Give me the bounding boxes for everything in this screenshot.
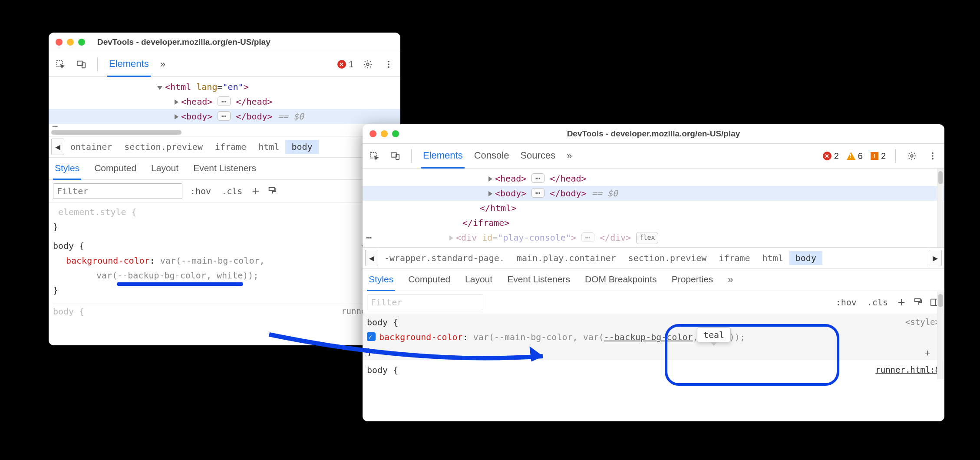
chevron-right-icon[interactable] xyxy=(488,191,492,196)
plus-icon[interactable] xyxy=(250,185,261,197)
paint-icon[interactable] xyxy=(267,185,278,197)
horizontal-scrollbar[interactable] xyxy=(51,130,181,135)
css-rule[interactable]: <style> body { xyxy=(53,238,396,253)
css-property-row[interactable]: background-color: var(--main-bg-color, xyxy=(53,253,396,268)
breadcrumb-item[interactable]: html xyxy=(756,251,789,265)
chevron-right-icon[interactable] xyxy=(449,235,453,241)
tabs-overflow-icon[interactable]: » xyxy=(565,150,574,162)
dom-node-iframe-close[interactable]: </iframe> xyxy=(363,215,944,230)
breadcrumb-item[interactable]: ontainer xyxy=(64,140,118,154)
chevron-down-icon[interactable] xyxy=(157,86,162,90)
cls-toggle[interactable]: .cls xyxy=(219,185,245,197)
breadcrumb-scroll-left[interactable]: ◀ xyxy=(365,250,378,266)
subtab-layout[interactable]: Layout xyxy=(463,269,494,291)
vertical-scrollbar[interactable] xyxy=(937,169,944,247)
breadcrumb-item[interactable]: section.preview xyxy=(622,251,713,265)
subtab-computed[interactable]: Computed xyxy=(406,269,452,291)
hover-toggle[interactable]: :hov xyxy=(188,185,214,197)
hover-toggle[interactable]: :hov xyxy=(833,296,859,308)
subtab-properties[interactable]: Properties xyxy=(670,269,715,291)
breadcrumb-item[interactable]: main.play.container xyxy=(511,251,622,265)
breadcrumb-item[interactable]: html xyxy=(252,140,285,154)
tabs-overflow-icon[interactable]: » xyxy=(158,59,167,70)
chevron-right-icon[interactable] xyxy=(175,114,178,119)
minimize-window-button[interactable] xyxy=(67,39,74,46)
css-var-backup-link[interactable]: --backup-bg-color xyxy=(604,332,693,342)
breadcrumb-item-selected[interactable]: body xyxy=(789,251,822,265)
chevron-right-icon[interactable] xyxy=(488,176,492,182)
tab-console[interactable]: Console xyxy=(472,144,511,169)
cls-toggle[interactable]: .cls xyxy=(865,296,891,308)
svg-point-11 xyxy=(911,155,913,157)
error-count[interactable]: 1 xyxy=(337,60,353,69)
error-icon xyxy=(823,152,832,160)
kebab-icon[interactable] xyxy=(382,58,395,71)
breadcrumb-item[interactable]: iframe xyxy=(209,140,252,154)
rule-source[interactable]: <style> xyxy=(905,315,940,329)
breadcrumb-item[interactable]: -wrapper.standard-page. xyxy=(378,251,511,265)
dom-node-html-close[interactable]: </html> xyxy=(363,201,944,215)
tab-elements[interactable]: Elements xyxy=(107,52,151,77)
close-window-button[interactable] xyxy=(56,39,63,46)
warning-count[interactable]: 6 xyxy=(847,151,863,161)
css-var-tooltip: teal xyxy=(697,328,731,342)
vertical-scrollbar[interactable] xyxy=(937,291,944,379)
css-property-name[interactable]: background-color xyxy=(66,255,150,266)
dom-node-body-selected[interactable]: <body> ⋯ </body> == $0 xyxy=(363,186,944,201)
dom-node-body-selected[interactable]: <body> ⋯ </body> == $0 xyxy=(49,109,400,124)
subtab-computed[interactable]: Computed xyxy=(92,158,138,180)
device-toggle-icon[interactable] xyxy=(75,58,88,71)
chevron-right-icon[interactable] xyxy=(175,99,178,105)
paint-icon[interactable] xyxy=(912,297,924,308)
tab-elements[interactable]: Elements xyxy=(421,144,465,169)
svg-point-4 xyxy=(388,61,389,63)
ellipsis-icon[interactable]: ⋯ xyxy=(218,111,231,121)
subtab-event-listeners[interactable]: Event Listeners xyxy=(505,269,572,291)
ellipsis-icon[interactable]: ⋯ xyxy=(581,232,594,242)
subtab-styles[interactable]: Styles xyxy=(367,269,395,291)
styles-filter-input[interactable] xyxy=(367,295,483,310)
message-count[interactable]: 2 xyxy=(871,151,886,161)
gear-icon[interactable] xyxy=(361,58,374,71)
breadcrumb-item[interactable]: section.preview xyxy=(118,140,209,154)
flex-pill[interactable]: flex xyxy=(636,232,658,244)
dom-node-div[interactable]: <div id="play-console"> ⋯ </div> flex xyxy=(363,230,944,245)
subtab-layout[interactable]: Layout xyxy=(149,158,180,180)
device-toggle-icon[interactable] xyxy=(389,149,402,162)
dom-node-html[interactable]: <html lang="en"> xyxy=(49,79,400,94)
tabs-overflow-icon[interactable]: » xyxy=(726,274,735,285)
plus-icon[interactable] xyxy=(896,297,907,308)
styles-filter-input[interactable] xyxy=(53,183,182,199)
rule-source-link[interactable]: runner.html:8 xyxy=(875,363,940,377)
tab-sources[interactable]: Sources xyxy=(518,144,557,169)
dom-node-head[interactable]: <head> ⋯ </head> xyxy=(49,94,400,109)
styles-filter-row: :hov .cls xyxy=(49,180,400,203)
ellipsis-icon[interactable]: ⋯ xyxy=(531,188,544,198)
inspect-icon[interactable] xyxy=(368,149,381,162)
css-rule[interactable]: runner.html body { xyxy=(53,304,396,319)
gear-icon[interactable] xyxy=(905,149,918,162)
dom-kebab-icon[interactable]: ⋯ xyxy=(366,229,373,245)
dom-tree[interactable]: <head> ⋯ </head> <body> ⋯ </body> == $0 … xyxy=(363,169,944,247)
css-var-backup[interactable]: --backup-bg-color xyxy=(117,270,206,281)
breadcrumb-item[interactable]: iframe xyxy=(713,251,756,265)
breadcrumb-scroll-right[interactable]: ▶ xyxy=(929,250,942,266)
dom-tree[interactable]: <html lang="en"> <head> ⋯ </head> <body>… xyxy=(49,77,400,136)
error-count[interactable]: 2 xyxy=(823,151,839,161)
ellipsis-icon[interactable]: ⋯ xyxy=(531,173,544,183)
css-property-row-cont[interactable]: var(--backup-bg-color, white)); xyxy=(53,268,396,283)
css-fallback: white xyxy=(217,270,243,281)
subtab-dom-breakpoints[interactable]: DOM Breakpoints xyxy=(583,269,659,291)
kebab-icon[interactable] xyxy=(926,149,939,162)
dom-node-head[interactable]: <head> ⋯ </head> xyxy=(363,171,944,186)
add-property-plus-icon[interactable]: ＋ xyxy=(923,344,932,361)
subtab-styles[interactable]: Styles xyxy=(53,158,81,180)
subtab-event-listeners[interactable]: Event Listeners xyxy=(191,158,258,180)
rule-selector: body { xyxy=(53,241,84,251)
inspect-icon[interactable] xyxy=(54,58,67,71)
breadcrumb-scroll-left[interactable]: ◀ xyxy=(51,139,64,155)
ellipsis-icon[interactable]: ⋯ xyxy=(218,96,231,106)
css-var-main[interactable]: --main-bg-color xyxy=(181,255,260,266)
zoom-window-button[interactable] xyxy=(78,39,85,46)
breadcrumb-item-selected[interactable]: body xyxy=(285,140,318,154)
